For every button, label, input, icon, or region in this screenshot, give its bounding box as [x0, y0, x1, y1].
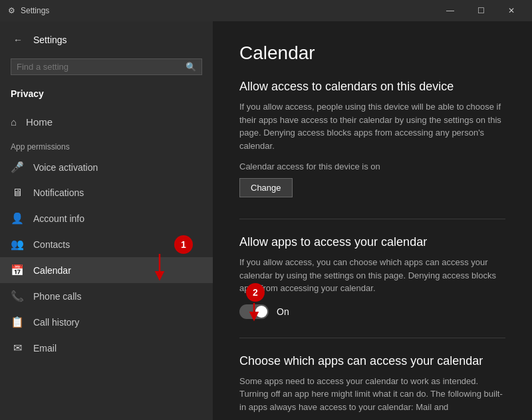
nav-label: Call history: [33, 317, 79, 328]
contacts-icon: 👥: [11, 238, 24, 251]
section1-heading: Allow access to calendars on this device: [239, 80, 505, 94]
annotation-1: 1: [174, 235, 193, 254]
nav-label: Notifications: [33, 187, 84, 198]
sidebar-item-phone-calls[interactable]: 📞 Phone calls: [0, 283, 213, 309]
call-history-icon: 📋: [11, 316, 24, 328]
content-area: Calendar Allow access to calendars on th…: [213, 21, 532, 420]
section-device-access: Allow access to calendars on this device…: [239, 80, 505, 216]
app-body: ← Settings 🔍 Privacy ⌂ Home App permissi…: [0, 21, 532, 420]
sidebar-item-account-info[interactable]: 👤 Account info: [0, 205, 213, 231]
sidebar-nav-area: 🎤 Voice activation 🖥 Notifications 👤 Acc…: [0, 154, 213, 361]
title-bar-left: ⚙ Settings: [8, 6, 49, 15]
calendar-toggle[interactable]: [239, 304, 269, 319]
nav-label: Calendar: [33, 265, 71, 276]
section3-heading: Choose which apps can access your calend…: [239, 354, 505, 368]
close-button[interactable]: ✕: [496, 0, 527, 21]
sidebar-item-calendar[interactable]: 📅 Calendar: [0, 257, 213, 283]
back-button[interactable]: ←: [11, 32, 25, 48]
section-choose-apps: Choose which apps can access your calend…: [239, 354, 505, 414]
email-icon: ✉: [11, 342, 24, 354]
nav-label: Account info: [33, 213, 84, 224]
section2-heading: Allow apps to access your calendar: [239, 235, 505, 249]
toggle-knob: [255, 306, 267, 318]
title-bar-controls: — ☐ ✕: [435, 0, 527, 21]
app-permissions-label: App permissions: [0, 137, 213, 154]
nav-label: Voice activation: [33, 162, 98, 173]
divider-1: [239, 219, 505, 219]
account-icon: 👤: [11, 212, 24, 225]
phone-icon: 📞: [11, 290, 24, 302]
sidebar-app-title: Settings: [33, 35, 67, 45]
title-bar: ⚙ Settings — ☐ ✕: [0, 0, 532, 21]
section-apps-access: Allow apps to access your calendar If yo…: [239, 235, 505, 319]
section2-description: If you allow access, you can choose whic…: [239, 256, 505, 295]
nav-label: Contacts: [33, 239, 70, 250]
search-input[interactable]: [17, 62, 182, 72]
device-access-status: Calendar access for this device is on: [239, 161, 505, 171]
microphone-icon: 🎤: [11, 161, 24, 173]
notifications-icon: 🖥: [11, 187, 24, 199]
home-icon: ⌂: [11, 116, 17, 128]
section3-description: Some apps need to access your calendar t…: [239, 375, 505, 414]
sidebar-main-heading: Privacy: [0, 86, 213, 107]
search-box: 🔍: [11, 58, 202, 75]
toggle-row: On 2: [239, 304, 505, 319]
calendar-icon: 📅: [11, 264, 24, 276]
page-title: Calendar: [239, 43, 505, 64]
sidebar-header: ← Settings: [0, 21, 213, 53]
maximize-button[interactable]: ☐: [466, 0, 496, 21]
sidebar-item-email[interactable]: ✉ Email: [0, 335, 213, 361]
home-label: Home: [26, 116, 53, 128]
title-bar-title: Settings: [21, 6, 49, 15]
sidebar-item-home[interactable]: ⌂ Home: [0, 107, 213, 137]
sidebar-item-notifications[interactable]: 🖥 Notifications: [0, 180, 213, 205]
annotation-2: 2: [246, 283, 265, 302]
change-button[interactable]: Change: [239, 178, 293, 197]
search-icon: 🔍: [186, 62, 196, 72]
toggle-label: On: [277, 306, 289, 317]
nav-label: Phone calls: [33, 291, 81, 302]
minimize-button[interactable]: —: [435, 0, 466, 21]
divider-2: [239, 338, 505, 338]
nav-label: Email: [33, 343, 57, 354]
settings-icon: ⚙: [8, 6, 15, 15]
sidebar-item-contacts[interactable]: 👥 Contacts 1: [0, 231, 213, 257]
sidebar-item-call-history[interactable]: 📋 Call history: [0, 309, 213, 335]
section1-description: If you allow access, people using this d…: [239, 100, 505, 152]
sidebar: ← Settings 🔍 Privacy ⌂ Home App permissi…: [0, 21, 213, 420]
sidebar-item-voice-activation[interactable]: 🎤 Voice activation: [0, 154, 213, 180]
